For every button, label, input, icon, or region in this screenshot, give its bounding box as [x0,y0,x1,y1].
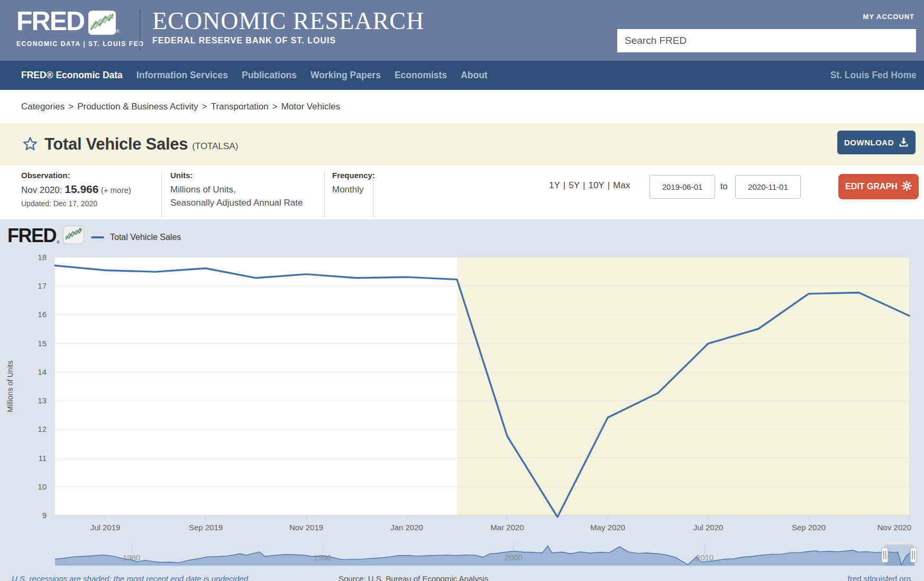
series-title-band: Total Vehicle Sales (TOTALSA) DOWNLOAD [0,123,924,165]
navigator-area [55,546,915,566]
my-account-link[interactable]: MY ACCOUNT [863,13,914,21]
frequency-section: Frequency: Monthly [332,171,375,196]
breadcrumb-link[interactable]: Production & Business Activity [77,102,198,112]
chart-section: FRED ® Total Vehicle Sales Millions of U… [0,219,924,581]
date-range-to-label: to [720,182,727,191]
navigator-handle-right[interactable] [910,548,917,562]
breadcrumb-bar: Categories>Production & Business Activit… [0,90,924,123]
edit-graph-button[interactable]: EDIT GRAPH [838,174,919,199]
recessions-note-link[interactable]: U.S. recessions are shaded; the most rec… [12,574,250,581]
legend-line-swatch [91,236,104,238]
nav-items: FRED® Economic DataInformation ServicesP… [21,70,488,81]
range-link-1y[interactable]: 1Y [549,180,560,190]
range-link-5y[interactable]: 5Y [569,180,580,190]
navigator-decade-label: 2000 [505,553,523,562]
navigator-selection[interactable] [885,545,913,566]
y-axis-title: Millions of Units [6,352,14,421]
observation-value: 15.966 [65,183,98,195]
main-nav: FRED® Economic DataInformation ServicesP… [0,61,924,90]
range-link-10y[interactable]: 10Y [588,180,604,190]
y-tick-label: 9 [42,511,47,520]
nav-item[interactable]: Information Services [136,70,228,81]
breadcrumb-separator: > [68,102,74,112]
date-start-input[interactable] [649,175,715,199]
nav-item[interactable]: FRED® Economic Data [21,70,123,81]
range-link-max[interactable]: Max [613,180,630,190]
economic-research-subtitle: FEDERAL RESERVE BANK OF ST. LOUIS [152,36,424,45]
chart-fred-watermark: FRED ® [7,225,84,247]
breadcrumb-separator: > [272,102,278,112]
edit-graph-label: EDIT GRAPH [845,182,898,191]
economic-research-block[interactable]: ECONOMIC RESEARCH FEDERAL RESERVE BANK O… [152,8,424,45]
fred-logo-chart-icon [88,11,116,37]
nav-item[interactable]: Publications [242,70,297,81]
search-input[interactable] [617,29,916,52]
y-tick-label: 12 [38,425,47,434]
observation-more-link[interactable]: (+ more) [98,186,131,195]
frequency-label: Frequency: [332,171,375,180]
y-tick-label: 18 [38,253,47,262]
nav-stlouisfed-home-link[interactable]: St. Louis Fed Home [830,70,917,81]
x-tick-label: Jul 2019 [90,523,121,532]
y-tick-label: 14 [38,367,47,376]
nav-item[interactable]: About [461,70,488,81]
fred-logo[interactable]: FRED ® ECONOMIC DATA | ST. LOUIS FED [16,7,144,48]
header-divider [140,10,140,51]
range-separator: | [583,180,585,190]
y-tick-label: 17 [38,281,47,290]
x-tick-label: Nov 2019 [289,523,323,532]
download-button[interactable]: DOWNLOAD [837,131,916,154]
fred-logo-text: FRED [16,7,84,35]
units-section: Units: Millions of Units, Seasonally Adj… [170,171,303,209]
fred-logo-tagline: ECONOMIC DATA | ST. LOUIS FED [16,40,144,48]
favorite-star-icon[interactable] [22,136,38,154]
y-tick-label: 11 [38,454,47,463]
recession-shading [457,257,909,515]
info-divider [161,172,162,217]
units-line2: Seasonally Adjusted Annual Rate [170,196,303,209]
x-tick-label: Sep 2020 [792,523,826,532]
units-label: Units: [170,171,303,180]
source-link[interactable]: Source: U.S. Bureau of Economic Analysis [339,574,488,581]
series-id: (TOTALSA) [192,141,238,152]
nav-item[interactable]: Working Papers [310,70,381,81]
y-tick-label: 13 [38,396,47,405]
chart-fred-logo-icon [63,226,84,246]
observation-updated: Updated: Dec 17, 2020 [21,199,131,208]
chart-legend: Total Vehicle Sales [91,233,181,242]
breadcrumb-link[interactable]: Transportation [211,102,269,112]
y-tick-label: 16 [38,310,47,319]
x-tick-label: Nov 2020 [877,523,911,532]
breadcrumb-link[interactable]: Categories [21,102,65,112]
date-end-input[interactable] [735,175,801,199]
download-label: DOWNLOAD [844,138,894,147]
units-line1: Millions of Units, [170,183,303,196]
range-separator: | [563,180,565,190]
range-separator: | [608,180,610,190]
x-tick-label: May 2020 [590,523,625,532]
fred-series-page: FRED ® ECONOMIC DATA | ST. LOUIS FED ECO… [0,0,924,581]
breadcrumb-link[interactable]: Motor Vehicles [281,102,341,112]
x-tick-label: Mar 2020 [490,523,524,532]
download-icon [899,137,909,149]
x-tick-label: Jan 2020 [390,523,423,532]
x-tick-label: Sep 2019 [189,523,223,532]
zoom-range-links: 1Y|5Y|10Y|Max [549,180,630,191]
series-title: Total Vehicle Sales [44,135,188,154]
navigator-handle-left[interactable] [882,548,888,562]
nav-item[interactable]: Economists [395,70,447,81]
y-tick-label: 10 [38,482,47,491]
economic-research-title: ECONOMIC RESEARCH [152,8,424,34]
observation-date: Nov 2020: [21,185,65,195]
site-header: FRED ® ECONOMIC DATA | ST. LOUIS FED ECO… [0,0,924,61]
fred-site-link[interactable]: fred.stlouisfed.org [848,574,911,581]
navigator-decade-label: 2010 [696,553,713,562]
observation-label: Observation: [21,171,131,180]
chart-footer: U.S. recessions are shaded; the most rec… [0,574,924,581]
info-divider [324,172,325,217]
legend-label: Total Vehicle Sales [110,233,181,242]
main-chart[interactable]: 1817161514131211109Jul 2019Sep 2019Nov 2… [0,219,924,581]
breadcrumb: Categories>Production & Business Activit… [21,102,340,112]
x-tick-label: Jul 2020 [693,523,724,532]
y-tick-label: 15 [38,339,47,348]
